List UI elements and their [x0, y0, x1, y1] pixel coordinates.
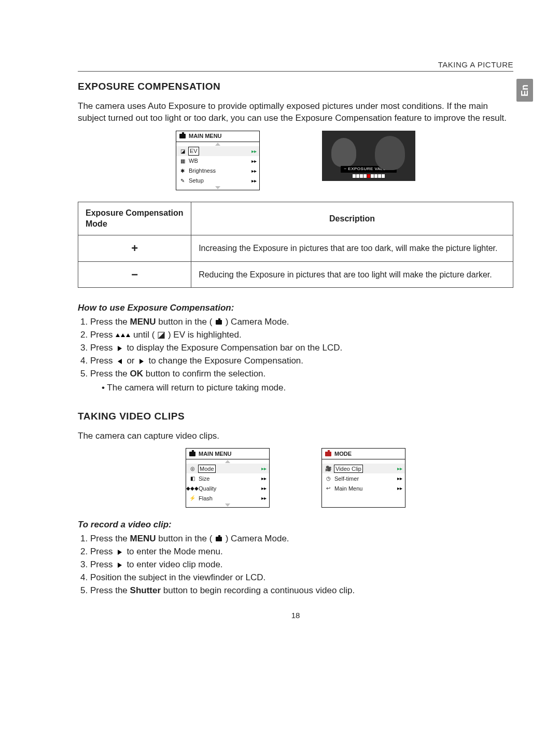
- wrench-icon: ✎: [179, 177, 186, 184]
- exposure-overlay: − EXPOSURE VALUE +: [322, 166, 415, 178]
- exposure-value-label: − EXPOSURE VALUE +: [341, 166, 396, 173]
- right-arrow-icon: [118, 346, 122, 351]
- chevron-right-icon: ▸▸: [397, 485, 402, 492]
- step-1: Press the MENU button in the ( ) Camera …: [90, 533, 513, 545]
- menu-label: Size: [199, 475, 209, 483]
- scroll-up-icon: [322, 459, 405, 464]
- chevron-right-icon: ▸▸: [261, 495, 267, 502]
- ev-icon: ◪: [157, 332, 165, 339]
- right-arrow-icon: [118, 563, 122, 568]
- video-icon: 🎥: [325, 466, 331, 472]
- main-menu-screenshot-2: MAIN MENU ◎ Mode ▸▸ ◧ Size ▸▸ ◆◆◆ Qualit…: [186, 448, 270, 508]
- table-cell-desc: Reducing the Exposure in pictures that a…: [191, 261, 513, 288]
- chevron-right-icon: ▸▸: [397, 465, 402, 472]
- step-2: Press until ( ◪ ) EV is highlighted.: [90, 329, 513, 341]
- step-3: Press to display the Exposure Compensati…: [90, 342, 513, 354]
- menu-label: Flash: [199, 495, 213, 502]
- table-row: + Increasing the Exposure in pictures th…: [78, 235, 513, 261]
- ev-icon: ◪: [179, 148, 186, 154]
- step-4: Press or to change the Exposure Compensa…: [90, 355, 513, 367]
- mode-icon: ◎: [189, 466, 195, 472]
- menu-label: EV: [189, 147, 199, 155]
- menu-label: Mode: [199, 465, 215, 473]
- exposure-bar: [353, 174, 385, 178]
- chevron-right-icon: ▸▸: [251, 158, 257, 165]
- step-5: Press the Shutter button to begin record…: [90, 585, 513, 597]
- star-icon: ✱: [179, 167, 186, 174]
- menu-item-ev: ◪ EV ▸▸: [176, 146, 259, 156]
- howto-exposure-title: How to use Exposure Compensation:: [78, 302, 513, 314]
- menu-label: WB: [189, 157, 198, 165]
- menu-title: MAIN MENU: [189, 132, 222, 140]
- step-1: Press the MENU button in the ( ) Camera …: [90, 316, 513, 328]
- language-tab: En: [516, 79, 533, 102]
- scroll-down-icon: [322, 503, 405, 507]
- size-icon: ◧: [189, 476, 195, 482]
- section-video-title: TAKING VIDEO CLIPS: [78, 410, 513, 423]
- menu-item-setup: ✎ Setup ▸▸: [176, 176, 259, 186]
- menu-item-mode: ◎ Mode ▸▸: [186, 464, 269, 473]
- chevron-right-icon: ▸▸: [261, 485, 267, 492]
- running-head: TAKING A PICTURE: [78, 60, 513, 70]
- right-arrow-icon: [139, 359, 144, 364]
- wb-icon: ▦: [179, 158, 186, 164]
- section-video-intro: The camera can capture video clips.: [78, 430, 513, 442]
- howto-video-title: To record a video clip:: [78, 519, 513, 531]
- exposure-screenshots: MAIN MENU ◪ EV ▸▸ ▦ WB ▸▸ ✱ Brightness ▸…: [78, 131, 513, 190]
- exposure-preview-screenshot: − EXPOSURE VALUE +: [322, 131, 415, 190]
- mode-menu-screenshot: MODE 🎥 Video Clip ▸▸ ◷ Self-timer ▸▸ ↩ M…: [321, 448, 405, 508]
- camera-icon: [325, 452, 331, 456]
- chevron-right-icon: ▸▸: [397, 475, 402, 482]
- chevron-right-icon: ▸▸: [261, 475, 267, 482]
- menu-titlebar: MODE: [322, 449, 405, 459]
- howto-video-steps: Press the MENU button in the ( ) Camera …: [78, 533, 513, 597]
- flash-icon: ⚡: [189, 495, 195, 501]
- page-number: 18: [78, 610, 513, 621]
- menu-title: MAIN MENU: [199, 450, 232, 458]
- timer-icon: ◷: [325, 476, 331, 482]
- menu-item-self-timer: ◷ Self-timer ▸▸: [322, 473, 405, 483]
- step-3: Press to enter video clip mode.: [90, 559, 513, 571]
- exposure-mode-table: Exposure Compensation Mode Description +…: [78, 202, 513, 288]
- section-exposure-intro: The camera uses Auto Exposure to provide…: [78, 101, 513, 124]
- menu-label: Self-timer: [334, 475, 359, 483]
- menu-item-brightness: ✱ Brightness ▸▸: [176, 166, 259, 176]
- menu-label: Setup: [189, 177, 204, 185]
- table-head-desc: Description: [191, 202, 513, 235]
- scroll-up-icon: [186, 459, 269, 464]
- plus-symbol: +: [131, 242, 138, 255]
- step-2: Press to enter the Mode menu.: [90, 546, 513, 558]
- howto-exposure-steps: Press the MENU button in the ( ) Camera …: [78, 316, 513, 394]
- menu-label: Video Clip: [334, 465, 362, 473]
- back-icon: ↩: [325, 485, 331, 492]
- menu-label: Main Menu: [334, 485, 362, 493]
- chevron-right-icon: ▸▸: [261, 465, 267, 472]
- menu-label: Brightness: [189, 167, 216, 175]
- menu-item-quality: ◆◆◆ Quality ▸▸: [186, 483, 269, 493]
- camera-icon: [179, 134, 186, 138]
- video-screenshots: MAIN MENU ◎ Mode ▸▸ ◧ Size ▸▸ ◆◆◆ Qualit…: [78, 448, 513, 508]
- chevron-right-icon: ▸▸: [251, 177, 257, 185]
- menu-title: MODE: [334, 450, 352, 458]
- scroll-up-icon: [176, 142, 259, 146]
- menu-label: Quality: [199, 485, 216, 493]
- step-4: Position the subject in the viewfinder o…: [90, 572, 513, 584]
- step-5: Press the OK button to confirm the selec…: [90, 368, 513, 394]
- camera-icon: [215, 319, 223, 326]
- right-arrow-icon: [118, 550, 122, 555]
- menu-item-video-clip: 🎥 Video Clip ▸▸: [322, 464, 405, 473]
- menu-titlebar: MAIN MENU: [186, 449, 269, 459]
- chevron-right-icon: ▸▸: [251, 167, 257, 175]
- menu-item-wb: ▦ WB ▸▸: [176, 156, 259, 166]
- table-row: − Reducing the Exposure in pictures that…: [78, 261, 513, 288]
- up-arrows-icon: [115, 330, 131, 340]
- header-rule: [78, 71, 513, 72]
- preview-image: − EXPOSURE VALUE +: [322, 131, 415, 181]
- section-exposure-title: EXPOSURE COMPENSATION: [78, 80, 513, 93]
- step-5-note: • The camera will return to picture taki…: [102, 382, 513, 394]
- menu-item-size: ◧ Size ▸▸: [186, 473, 269, 483]
- table-cell-desc: Increasing the Exposure in pictures that…: [191, 235, 513, 261]
- camera-icon: [215, 536, 223, 542]
- camera-icon: [189, 452, 195, 456]
- menu-item-main-menu: ↩ Main Menu ▸▸: [322, 483, 405, 493]
